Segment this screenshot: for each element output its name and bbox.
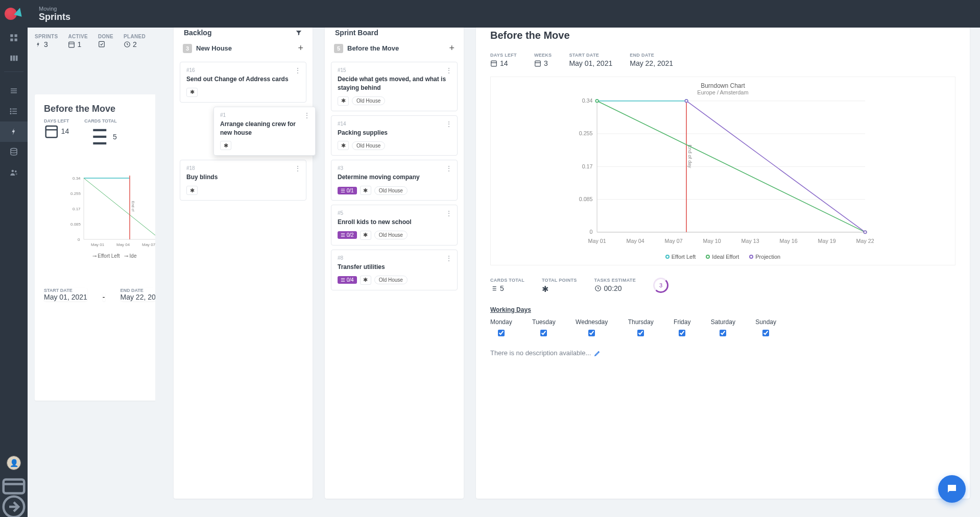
day-checkbox[interactable] (588, 330, 595, 336)
task-card[interactable]: #8 ⋮ Transfer utilities ☰ 0/4✱Old House (331, 250, 458, 290)
legend-effort-left: Effort Left (665, 254, 696, 260)
card-title: Enroll kids to new school (338, 218, 451, 227)
card-more-icon[interactable]: ⋮ (295, 165, 301, 171)
svg-point-76 (685, 100, 687, 102)
svg-text:0.17: 0.17 (582, 163, 593, 169)
nav-team-icon[interactable] (0, 162, 28, 183)
user-avatar[interactable]: 👤 (7, 456, 21, 470)
nav-checklist-icon[interactable] (0, 101, 28, 121)
day-checkbox[interactable] (762, 330, 769, 336)
svg-rect-23 (69, 42, 75, 47)
card-title: Arrange cleaning crew for new house (220, 120, 309, 137)
breadcrumb[interactable]: Moving (39, 6, 969, 12)
card-id: #15 (338, 67, 451, 73)
card-more-icon[interactable]: ⋮ (304, 112, 310, 118)
points-icon: ✱ (220, 141, 231, 150)
nav-sprints-icon[interactable] (0, 121, 28, 142)
card-tag: Old House (352, 141, 385, 150)
svg-point-19 (16, 174, 17, 175)
svg-rect-3 (15, 39, 17, 41)
svg-rect-25 (99, 41, 105, 47)
card-title: Decide what gets moved, and what is stay… (338, 75, 451, 92)
nav-database-icon[interactable] (0, 142, 28, 162)
svg-text:May 01: May 01 (91, 242, 105, 247)
nav-logout-icon[interactable] (0, 497, 28, 517)
chat-fab-button[interactable] (938, 475, 966, 503)
card-more-icon[interactable]: ⋮ (446, 67, 452, 73)
svg-rect-6 (16, 56, 18, 61)
edit-icon[interactable] (594, 350, 601, 357)
svg-text:May 16: May 16 (780, 238, 798, 244)
card-tag: Old House (374, 186, 408, 195)
svg-rect-5 (13, 56, 15, 61)
card-more-icon[interactable]: ⋮ (446, 210, 452, 216)
filter-icon[interactable] (295, 29, 302, 36)
svg-text:May 07: May 07 (142, 242, 156, 247)
day-checkbox[interactable] (498, 330, 505, 336)
svg-text:0.34: 0.34 (582, 97, 593, 104)
svg-rect-46 (491, 61, 497, 66)
task-card[interactable]: #16 ⋮ Send out Change of Address cards ✱ (180, 62, 306, 103)
card-title: Transfer utilities (338, 263, 451, 272)
day-checkbox[interactable] (637, 330, 644, 336)
day-checkbox[interactable] (540, 330, 547, 336)
svg-text:0: 0 (78, 237, 80, 242)
task-card[interactable]: #3 ⋮ Determine moving company ☰ 0/1✱Old … (331, 160, 458, 201)
nav-list-icon[interactable] (0, 81, 28, 101)
card-more-icon[interactable]: ⋮ (295, 67, 301, 73)
svg-point-15 (10, 113, 11, 114)
working-day: Thursday (628, 318, 654, 338)
working-day: Friday (674, 318, 690, 338)
task-card[interactable]: #14 ⋮ Packing supplies ✱Old House (331, 115, 458, 156)
svg-point-17 (12, 170, 14, 173)
card-more-icon[interactable]: ⋮ (446, 165, 452, 171)
nav-dashboard-icon[interactable] (0, 28, 28, 48)
card-tag: Old House (352, 96, 385, 105)
svg-text:0.255: 0.255 (70, 191, 81, 196)
points-icon: ✱ (360, 231, 371, 240)
svg-text:May 04: May 04 (116, 242, 130, 247)
burndown-svg: 00.0850.170.2550.34May 01May 04May 07May… (496, 95, 950, 249)
nav-boards-icon[interactable] (0, 48, 28, 68)
card-id: #1 (220, 112, 309, 118)
card-id: #18 (186, 165, 300, 171)
stat-cards-total: CARDS TOTAL5 (490, 278, 524, 292)
svg-text:0.085: 0.085 (579, 196, 593, 202)
stat-planed: PLANED2 (124, 34, 146, 48)
svg-rect-1 (15, 34, 17, 37)
day-checkbox[interactable] (720, 330, 726, 336)
svg-rect-48 (535, 61, 541, 66)
svg-rect-2 (10, 39, 13, 41)
svg-text:May 22: May 22 (856, 238, 874, 244)
sprint-group-header[interactable]: 5 Before the Move + (325, 43, 464, 58)
card-more-icon[interactable]: ⋮ (446, 255, 452, 261)
task-card[interactable]: #15 ⋮ Decide what gets moved, and what i… (331, 62, 458, 111)
svg-text:May 10: May 10 (703, 238, 721, 244)
add-sprint-card-button[interactable]: + (449, 43, 455, 54)
backlog-group-header[interactable]: 3 New House + (174, 43, 313, 58)
task-card[interactable]: #5 ⋮ Enroll kids to new school ☰ 0/2✱Old… (331, 205, 458, 245)
logo[interactable] (0, 0, 28, 28)
svg-text:End of day: End of day (687, 144, 693, 168)
meta-end-date: END DATEMay 22, 2021 (630, 53, 673, 67)
task-card[interactable]: #1 ⋮ Arrange cleaning crew for new house… (213, 107, 316, 156)
svg-text:0.255: 0.255 (579, 130, 593, 136)
meta-weeks: WEEKS3 (534, 53, 552, 67)
day-checkbox[interactable] (679, 330, 685, 336)
meta-start-date: START DATEMay 01, 2021 (569, 53, 612, 67)
task-card[interactable]: #18 ⋮ Buy blinds ✱ (180, 160, 306, 201)
add-card-button[interactable]: + (298, 43, 303, 54)
backlog-column: Backlog 3 New House + #16 ⋮ Send out Cha… (174, 18, 313, 499)
svg-text:End of: End of (131, 201, 135, 211)
points-icon: ✱ (186, 88, 198, 97)
sprint-board-column: Sprint Board 5 Before the Move + #15 ⋮ D… (325, 18, 464, 499)
svg-text:0.17: 0.17 (73, 207, 81, 211)
working-day: Tuesday (532, 318, 556, 338)
svg-rect-0 (10, 34, 13, 37)
card-title: Determine moving company (338, 173, 451, 182)
card-more-icon[interactable]: ⋮ (446, 121, 452, 127)
description-placeholder[interactable]: There is no description available... (490, 349, 955, 357)
card-title: Packing supplies (338, 129, 451, 137)
legend-projection: Projection (749, 254, 780, 260)
checklist-badge: ☰ 0/2 (338, 231, 357, 239)
